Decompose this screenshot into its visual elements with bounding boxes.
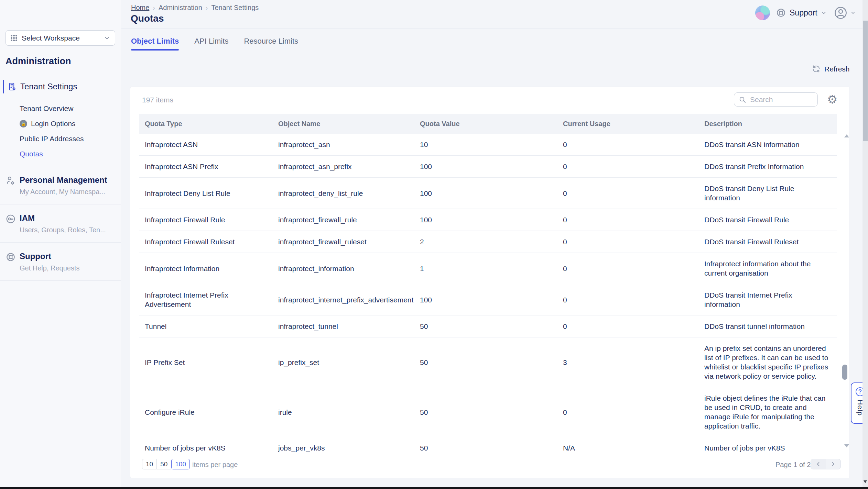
table-cell: 50 xyxy=(420,358,563,367)
table-cell: 100 xyxy=(420,215,563,224)
breadcrumb-administration[interactable]: Administration xyxy=(159,4,202,12)
table-cell: 0 xyxy=(563,215,704,224)
column-header-description: Description xyxy=(704,120,837,128)
quotas-table: Quota TypeObject NameQuota ValueCurrent … xyxy=(139,114,837,459)
gear-icon[interactable]: ⚙ xyxy=(827,92,837,106)
lifering-icon xyxy=(776,8,786,18)
sidebar-item-tenant-overview[interactable]: Tenant Overview xyxy=(0,101,121,116)
table-cell: 100 xyxy=(420,162,563,171)
table-cell: infraprotect_asn_prefix xyxy=(278,162,420,171)
table-scroll-down-arrow[interactable] xyxy=(844,444,849,447)
table-row: Infraprotect ASN Prefixinfraprotect_asn_… xyxy=(139,156,837,178)
column-header-current-usage: Current Usage xyxy=(563,120,704,128)
table-row: Number of jobs per vK8Sjobs_per_vk8s50N/… xyxy=(139,437,837,459)
table-cell: infraprotect_asn xyxy=(278,140,420,149)
page-size-10[interactable]: 10 xyxy=(142,459,157,469)
sidebar-item-label: Quotas xyxy=(20,150,43,158)
quotas-table-card: 197 items ⚙ Quota TypeObject NameQuota V… xyxy=(130,87,850,478)
section-subtitle: My Account, My Namespa... xyxy=(20,188,116,196)
breadcrumb: Home›Administration›Tenant Settings xyxy=(131,4,259,12)
sidebar-section-title: Administration xyxy=(6,56,71,67)
chevron-down-icon xyxy=(821,10,827,16)
active-indicator xyxy=(3,80,4,93)
table-cell: DDoS transit Internet Prefix information xyxy=(704,290,837,309)
table-cell: Configure iRule xyxy=(145,408,278,417)
support-label: Support xyxy=(790,8,817,18)
table-cell: jobs_per_vk8s xyxy=(278,443,420,453)
sidebar-section-iam[interactable]: IAMUsers, Groups, Roles, Ten... xyxy=(0,204,121,242)
user-avatar-icon xyxy=(834,6,848,20)
prev-page-button[interactable] xyxy=(811,459,826,469)
table-header-row: Quota TypeObject NameQuota ValueCurrent … xyxy=(139,114,837,134)
table-row: Infraprotect Informationinfraprotect_inf… xyxy=(139,253,837,284)
tab-api-limits[interactable]: API Limits xyxy=(194,37,228,51)
sidebar-item-label: Login Options xyxy=(31,120,76,128)
table-cell: 50 xyxy=(420,408,563,417)
section-title: Support xyxy=(20,252,116,261)
user-menu[interactable] xyxy=(834,6,856,20)
page-nav-group xyxy=(811,459,841,469)
table-cell: infraprotect_firewall_rule xyxy=(278,215,420,224)
table-cell: DDoS transit ASN information xyxy=(704,140,837,149)
table-cell: infraprotect_internet_prefix_advertiseme… xyxy=(278,295,420,304)
table-row: Infraprotect ASNinfraprotect_asn100DDoS … xyxy=(139,134,837,156)
table-cell: Infraprotect ASN Prefix xyxy=(145,162,278,171)
table-cell: iRule object defines the iRule that can … xyxy=(704,393,837,431)
page-scroll-down-arrow[interactable] xyxy=(864,480,867,483)
table-cell: DDoS transit Firewall Ruleset xyxy=(704,237,837,246)
table-row: Infraprotect Deny List Ruleinfraprotect_… xyxy=(139,178,837,209)
table-cell: DDoS transit Deny List Rule information xyxy=(704,184,837,202)
table-cell: 2 xyxy=(420,237,563,246)
divider xyxy=(121,28,868,29)
table-cell: N/A xyxy=(563,443,704,453)
table-cell: Infraprotect Firewall Ruleset xyxy=(145,237,278,246)
building-icon xyxy=(7,82,17,91)
brand-logo xyxy=(755,5,770,20)
section-title: IAM xyxy=(20,213,116,223)
page-scrollbar[interactable] xyxy=(862,0,868,487)
sidebar-item-login-options[interactable]: 🔒Login Options xyxy=(0,116,121,131)
refresh-button[interactable]: Refresh xyxy=(812,65,850,73)
table-cell: Infraprotect Firewall Rule xyxy=(145,215,278,224)
search-input[interactable] xyxy=(750,96,805,104)
table-scroll-up-arrow[interactable] xyxy=(844,134,849,137)
section-title: Personal Management xyxy=(20,175,116,185)
table-cell: 0 xyxy=(563,264,704,273)
table-cell: Number of jobs per vK8S xyxy=(145,443,278,453)
table-scrollbar-thumb[interactable] xyxy=(842,365,847,380)
table-row: Tunnelinfraprotect_tunnel500DDoS transit… xyxy=(139,315,837,337)
sidebar-item-label: Public IP Addresses xyxy=(20,135,84,143)
page-size-100[interactable]: 100 xyxy=(171,459,190,469)
sidebar-section-personal-management[interactable]: Personal ManagementMy Account, My Namesp… xyxy=(0,166,121,204)
workspace-selector-label: Select Workspace xyxy=(22,34,80,42)
person-gear-icon xyxy=(6,176,16,187)
breadcrumb-home[interactable]: Home xyxy=(131,4,149,12)
page-size-50[interactable]: 50 xyxy=(157,459,171,469)
sidebar-section-support[interactable]: SupportGet Help, Requests xyxy=(0,242,121,281)
section-subtitle: Get Help, Requests xyxy=(20,264,116,272)
table-cell: infraprotect_firewall_ruleset xyxy=(278,237,420,246)
table-cell: 0 xyxy=(563,140,704,149)
table-cell: Infraprotect Internet Prefix Advertiseme… xyxy=(145,290,278,309)
tab-resource-limits[interactable]: Resource Limits xyxy=(244,37,298,51)
table-cell: Infraprotect information about the curre… xyxy=(704,259,837,278)
table-row: Infraprotect Firewall Rulesetinfraprotec… xyxy=(139,231,837,253)
chevron-left-icon xyxy=(815,461,822,467)
table-row: Infraprotect Firewall Ruleinfraprotect_f… xyxy=(139,209,837,231)
workspace-grid-icon xyxy=(11,35,17,41)
sidebar-item-tenant-settings[interactable]: Tenant Settings xyxy=(0,78,121,95)
table-cell: 50 xyxy=(420,443,563,453)
table-cell: Infraprotect ASN xyxy=(145,140,278,149)
refresh-label: Refresh xyxy=(824,65,850,73)
tab-object-limits[interactable]: Object Limits xyxy=(131,37,179,51)
page-scrollbar-thumb[interactable] xyxy=(863,21,868,141)
chevron-down-icon xyxy=(104,35,110,41)
support-menu[interactable]: Support xyxy=(776,8,827,18)
sidebar-item-quotas[interactable]: Quotas xyxy=(0,146,121,162)
sidebar-item-public-ip-addresses[interactable]: Public IP Addresses xyxy=(0,131,121,146)
workspace-selector[interactable]: Select Workspace xyxy=(6,30,115,46)
sidebar: Select Workspace Administration Tenant S… xyxy=(0,0,121,487)
table-cell: DDoS transit Firewall Rule xyxy=(704,215,837,224)
next-page-button[interactable] xyxy=(826,459,841,469)
breadcrumb-separator: › xyxy=(153,4,155,12)
